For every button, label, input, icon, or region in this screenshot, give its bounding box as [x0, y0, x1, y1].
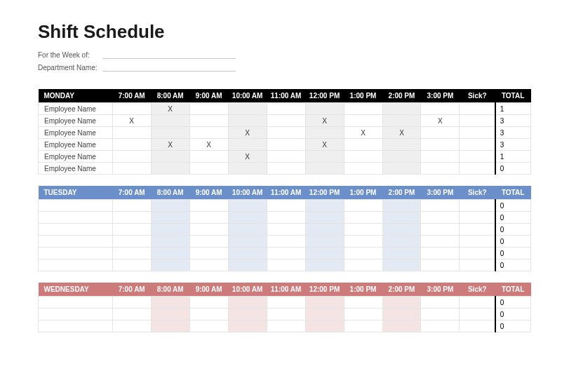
- shift-cell[interactable]: [112, 236, 151, 248]
- shift-cell[interactable]: [151, 320, 189, 332]
- shift-cell[interactable]: [344, 212, 382, 224]
- shift-cell[interactable]: [189, 259, 228, 271]
- shift-cell[interactable]: [267, 297, 305, 309]
- shift-cell[interactable]: [421, 320, 460, 332]
- shift-cell[interactable]: [151, 236, 189, 248]
- shift-cell[interactable]: [112, 103, 151, 115]
- employee-name-cell[interactable]: Employee Name: [39, 103, 113, 115]
- shift-cell[interactable]: [382, 115, 421, 127]
- shift-cell[interactable]: [267, 212, 305, 224]
- shift-cell[interactable]: [267, 309, 305, 320]
- shift-cell[interactable]: [112, 163, 151, 175]
- sick-cell[interactable]: [460, 236, 495, 248]
- shift-cell[interactable]: [382, 103, 421, 115]
- shift-cell[interactable]: [267, 248, 305, 259]
- shift-cell[interactable]: [344, 139, 382, 151]
- shift-cell[interactable]: [189, 297, 228, 309]
- shift-cell[interactable]: [421, 224, 460, 236]
- shift-cell[interactable]: [382, 236, 421, 248]
- sick-cell[interactable]: [460, 151, 495, 163]
- shift-cell[interactable]: [267, 127, 305, 139]
- sick-cell[interactable]: [460, 320, 495, 332]
- shift-cell[interactable]: [189, 224, 228, 236]
- shift-cell[interactable]: [382, 151, 421, 163]
- shift-cell[interactable]: [421, 103, 460, 115]
- shift-cell[interactable]: [267, 151, 305, 163]
- shift-cell[interactable]: [344, 163, 382, 175]
- sick-cell[interactable]: [460, 139, 495, 151]
- shift-cell[interactable]: [382, 224, 421, 236]
- shift-cell[interactable]: [344, 151, 382, 163]
- shift-cell[interactable]: [305, 236, 344, 248]
- shift-cell[interactable]: [421, 212, 460, 224]
- shift-cell[interactable]: [189, 163, 228, 175]
- shift-cell[interactable]: [344, 259, 382, 271]
- employee-name-cell[interactable]: Employee Name: [39, 127, 113, 139]
- shift-cell[interactable]: [189, 115, 228, 127]
- shift-cell[interactable]: X: [112, 115, 151, 127]
- shift-cell[interactable]: [267, 163, 305, 175]
- shift-cell[interactable]: [305, 320, 344, 332]
- shift-cell[interactable]: [228, 200, 267, 212]
- shift-cell[interactable]: [189, 212, 228, 224]
- shift-cell[interactable]: [305, 163, 344, 175]
- shift-cell[interactable]: X: [151, 103, 189, 115]
- employee-name-cell[interactable]: [39, 309, 113, 320]
- shift-cell[interactable]: [228, 236, 267, 248]
- shift-cell[interactable]: [421, 127, 460, 139]
- shift-cell[interactable]: [382, 163, 421, 175]
- shift-cell[interactable]: [344, 320, 382, 332]
- shift-cell[interactable]: [344, 224, 382, 236]
- shift-cell[interactable]: [112, 200, 151, 212]
- meta-week-input[interactable]: [102, 50, 236, 59]
- sick-cell[interactable]: [460, 200, 495, 212]
- sick-cell[interactable]: [460, 127, 495, 139]
- shift-cell[interactable]: X: [344, 127, 382, 139]
- sick-cell[interactable]: [460, 248, 495, 259]
- shift-cell[interactable]: [305, 309, 344, 320]
- shift-cell[interactable]: X: [305, 139, 344, 151]
- shift-cell[interactable]: [112, 212, 151, 224]
- sick-cell[interactable]: [460, 212, 495, 224]
- shift-cell[interactable]: [382, 259, 421, 271]
- shift-cell[interactable]: [267, 115, 305, 127]
- shift-cell[interactable]: [228, 212, 267, 224]
- shift-cell[interactable]: [305, 297, 344, 309]
- employee-name-cell[interactable]: [39, 212, 113, 224]
- shift-cell[interactable]: [151, 248, 189, 259]
- shift-cell[interactable]: [228, 224, 267, 236]
- employee-name-cell[interactable]: [39, 248, 113, 259]
- sick-cell[interactable]: [460, 163, 495, 175]
- shift-cell[interactable]: [305, 212, 344, 224]
- shift-cell[interactable]: [305, 200, 344, 212]
- shift-cell[interactable]: [228, 139, 267, 151]
- shift-cell[interactable]: [421, 200, 460, 212]
- shift-cell[interactable]: [112, 151, 151, 163]
- shift-cell[interactable]: [151, 151, 189, 163]
- shift-cell[interactable]: X: [151, 139, 189, 151]
- shift-cell[interactable]: [382, 320, 421, 332]
- shift-cell[interactable]: [267, 139, 305, 151]
- shift-cell[interactable]: [421, 259, 460, 271]
- shift-cell[interactable]: [112, 139, 151, 151]
- shift-cell[interactable]: [112, 297, 151, 309]
- shift-cell[interactable]: [151, 115, 189, 127]
- shift-cell[interactable]: [382, 139, 421, 151]
- shift-cell[interactable]: [267, 224, 305, 236]
- sick-cell[interactable]: [460, 103, 495, 115]
- shift-cell[interactable]: [112, 248, 151, 259]
- shift-cell[interactable]: [228, 259, 267, 271]
- sick-cell[interactable]: [460, 115, 495, 127]
- sick-cell[interactable]: [460, 309, 495, 320]
- shift-cell[interactable]: [151, 259, 189, 271]
- shift-cell[interactable]: [305, 224, 344, 236]
- shift-cell[interactable]: [305, 248, 344, 259]
- shift-cell[interactable]: [228, 103, 267, 115]
- shift-cell[interactable]: X: [228, 127, 267, 139]
- shift-cell[interactable]: [151, 297, 189, 309]
- shift-cell[interactable]: [189, 309, 228, 320]
- shift-cell[interactable]: [382, 297, 421, 309]
- shift-cell[interactable]: [189, 200, 228, 212]
- employee-name-cell[interactable]: Employee Name: [39, 115, 113, 127]
- shift-cell[interactable]: [228, 320, 267, 332]
